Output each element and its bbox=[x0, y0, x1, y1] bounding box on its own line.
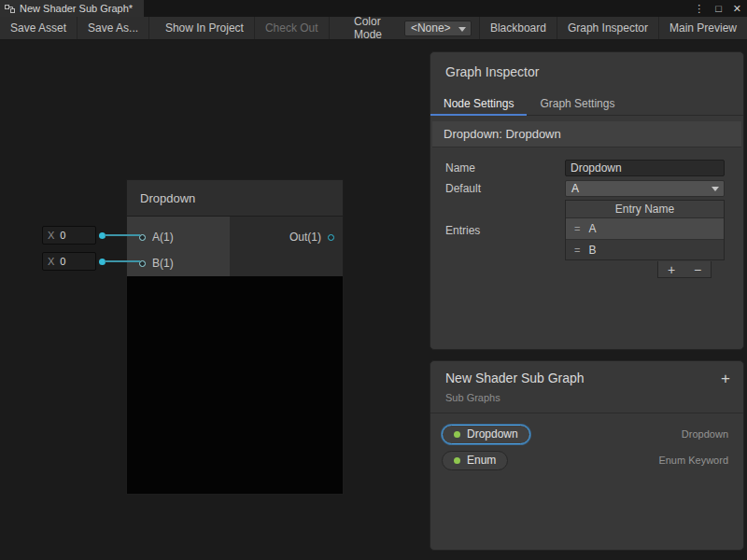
port-circle-out[interactable] bbox=[328, 234, 334, 241]
main-preview-toggle-button[interactable]: Main Preview bbox=[658, 17, 747, 39]
inspector-title: Graph Inspector bbox=[430, 52, 743, 91]
blackboard-header: New Shader Sub Graph Sub Graphs + bbox=[430, 361, 743, 413]
input-a-value-field[interactable]: X 0 bbox=[42, 226, 96, 245]
color-mode-label: Color Mode bbox=[345, 17, 404, 39]
add-entry-button[interactable]: + bbox=[658, 261, 684, 277]
color-mode-dropdown[interactable]: <None> bbox=[404, 21, 472, 36]
name-field-row: Name bbox=[445, 159, 725, 177]
node-header[interactable]: Dropdown bbox=[126, 179, 344, 217]
property-pill-dropdown[interactable]: Dropdown bbox=[442, 425, 530, 444]
port-circle-b[interactable] bbox=[139, 260, 146, 267]
tab-graph-settings[interactable]: Graph Settings bbox=[527, 91, 627, 115]
menu-icon[interactable]: ⋮ bbox=[694, 3, 704, 15]
input-a-value[interactable]: 0 bbox=[60, 230, 65, 241]
node-settings-section-title: Dropdown: Dropdown bbox=[432, 121, 741, 147]
entry-value[interactable]: B bbox=[588, 244, 596, 257]
name-input[interactable] bbox=[565, 160, 725, 176]
edge-b[interactable] bbox=[105, 260, 140, 262]
tab-node-settings[interactable]: Node Settings bbox=[430, 91, 527, 115]
save-as-button[interactable]: Save As... bbox=[78, 17, 149, 39]
entry-value[interactable]: A bbox=[588, 222, 596, 235]
inspector-tabs: Node Settings Graph Settings bbox=[430, 91, 743, 116]
property-dot-icon bbox=[454, 431, 460, 438]
entries-footer-box: + − bbox=[657, 261, 712, 278]
add-property-button[interactable]: + bbox=[721, 370, 730, 388]
entries-field-row: Entries Entry Name = A = B bbox=[445, 200, 725, 260]
blackboard-row-dropdown: Dropdown Dropdown bbox=[430, 421, 743, 447]
shader-graph-icon bbox=[5, 4, 15, 14]
input-a-axis-label: X bbox=[43, 230, 60, 241]
input-b-value-field[interactable]: X 0 bbox=[42, 252, 96, 271]
entry-row-a[interactable]: = A bbox=[566, 218, 724, 239]
graph-inspector-panel: Graph Inspector Node Settings Graph Sett… bbox=[430, 51, 744, 350]
default-dropdown[interactable]: A bbox=[565, 180, 725, 197]
blackboard-panel: New Shader Sub Graph Sub Graphs + Dropdo… bbox=[430, 360, 744, 551]
entries-list-header: Entry Name bbox=[566, 201, 724, 218]
property-dot-icon bbox=[454, 457, 460, 464]
inspector-fields: Name Default A Entries Entry Name = A = … bbox=[430, 147, 743, 278]
default-label: Default bbox=[445, 182, 565, 195]
blackboard-rows: Dropdown Dropdown Enum Enum Keyword bbox=[430, 413, 743, 473]
blackboard-title: New Shader Sub Graph bbox=[445, 371, 728, 385]
close-icon[interactable]: ✕ bbox=[733, 3, 741, 15]
blackboard-subtitle: Sub Graphs bbox=[445, 392, 728, 403]
drag-handle-icon[interactable]: = bbox=[574, 245, 580, 256]
input-port-a[interactable]: A(1) bbox=[139, 231, 174, 244]
check-out-button: Check Out bbox=[255, 17, 330, 39]
property-label: Enum bbox=[467, 454, 496, 467]
property-label: Dropdown bbox=[467, 427, 518, 441]
document-tab[interactable]: New Shader Sub Graph* bbox=[0, 0, 144, 17]
port-circle-a[interactable] bbox=[139, 234, 146, 241]
graph-inspector-toggle-button[interactable]: Graph Inspector bbox=[557, 17, 658, 39]
entry-row-b[interactable]: = B bbox=[566, 239, 724, 259]
edge-a[interactable] bbox=[105, 234, 140, 236]
property-type: Dropdown bbox=[682, 428, 728, 440]
property-type: Enum Keyword bbox=[658, 455, 728, 466]
toolbar-right-group: Blackboard Graph Inspector Main Preview bbox=[479, 17, 747, 39]
tab-title: New Shader Sub Graph* bbox=[20, 3, 133, 14]
port-label-out: Out(1) bbox=[289, 231, 321, 244]
input-b-axis-label: X bbox=[43, 256, 60, 267]
node-preview bbox=[126, 276, 344, 495]
save-asset-button[interactable]: Save Asset bbox=[0, 17, 78, 39]
node-ports: A(1) B(1) Out(1) bbox=[126, 217, 344, 276]
entries-list-footer: + − bbox=[445, 260, 725, 278]
show-in-project-button[interactable]: Show In Project bbox=[155, 17, 255, 39]
window-controls: ⋮ □ ✕ bbox=[694, 0, 741, 17]
port-label-b: B(1) bbox=[152, 257, 174, 270]
dropdown-arrow-icon bbox=[712, 187, 719, 191]
toolbar-spacer bbox=[330, 17, 345, 39]
blackboard-toggle-button[interactable]: Blackboard bbox=[479, 17, 557, 39]
output-port[interactable]: Out(1) bbox=[289, 231, 334, 244]
input-b-value[interactable]: 0 bbox=[60, 256, 65, 267]
color-mode-value: <None> bbox=[411, 21, 451, 35]
blackboard-row-enum: Enum Enum Keyword bbox=[430, 447, 743, 473]
toolbar: Save Asset Save As... Show In Project Ch… bbox=[0, 17, 747, 40]
default-value: A bbox=[571, 182, 579, 195]
entries-list: Entry Name = A = B bbox=[565, 200, 725, 260]
remove-entry-button[interactable]: − bbox=[684, 261, 711, 277]
property-pill-enum[interactable]: Enum bbox=[442, 451, 508, 470]
drag-handle-icon[interactable]: = bbox=[574, 223, 580, 234]
entries-label: Entries bbox=[445, 224, 565, 237]
port-label-a: A(1) bbox=[152, 231, 174, 244]
maximize-icon[interactable]: □ bbox=[715, 3, 722, 14]
name-label: Name bbox=[445, 161, 565, 175]
input-port-b[interactable]: B(1) bbox=[139, 257, 174, 270]
dropdown-node[interactable]: Dropdown A(1) B(1) Out(1) bbox=[126, 179, 344, 495]
node-title: Dropdown bbox=[140, 191, 195, 205]
default-field-row: Default A bbox=[445, 179, 725, 198]
dropdown-arrow-icon bbox=[458, 27, 466, 32]
